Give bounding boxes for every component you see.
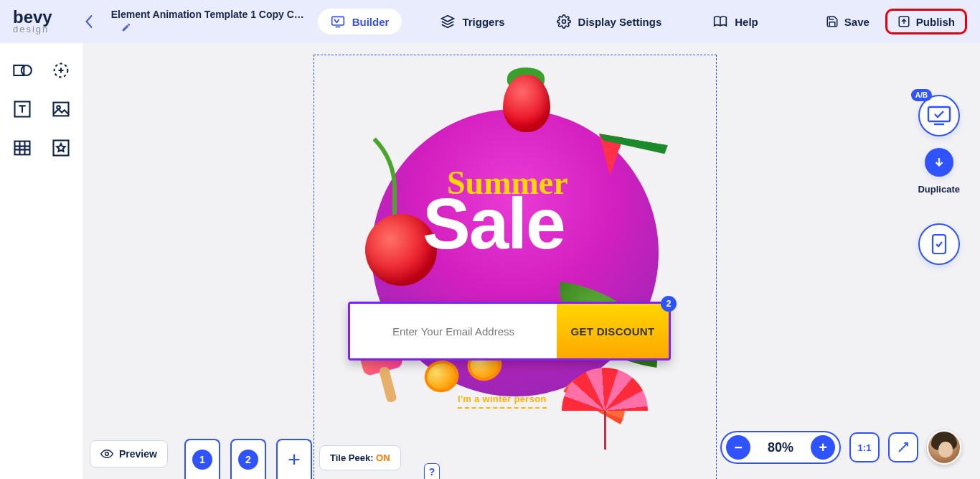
desktop-preview-button[interactable]: A/B xyxy=(918,95,960,136)
gear-icon xyxy=(557,14,571,29)
strawberry-graphic xyxy=(503,75,550,132)
tile-add[interactable]: + xyxy=(276,439,312,479)
tab-builder-label: Builder xyxy=(352,16,390,28)
get-discount-button[interactable]: GET DISCOUNT xyxy=(557,304,669,358)
brand-sub: design xyxy=(13,25,52,33)
book-icon xyxy=(713,14,727,29)
publish-button[interactable]: Publish xyxy=(885,9,967,34)
user-avatar[interactable] xyxy=(927,430,961,465)
one-to-one-label: 1:1 xyxy=(858,442,872,453)
publish-icon xyxy=(897,15,910,28)
mobile-preview-button[interactable] xyxy=(918,223,960,265)
popup-design[interactable]: Summer Sale 2 GET DISCOUNT I'm a winter … xyxy=(347,88,684,432)
tile-1-number: 1 xyxy=(192,450,212,470)
right-float-tools: A/B Duplicate xyxy=(918,95,960,265)
builder-icon xyxy=(331,14,345,29)
text-icon xyxy=(12,99,32,119)
zoom-value: 80% xyxy=(763,440,798,455)
tool-text[interactable] xyxy=(11,98,34,121)
tab-help-label: Help xyxy=(735,16,758,28)
svg-point-4 xyxy=(21,65,31,75)
mobile-check-icon xyxy=(931,233,947,255)
tab-triggers-label: Triggers xyxy=(462,16,504,28)
tile-tabs: 1 2 + xyxy=(184,439,312,479)
nav-tabs: Builder Triggers Display Settings Help xyxy=(318,9,771,34)
tab-help[interactable]: Help xyxy=(700,9,771,34)
preview-label: Preview xyxy=(119,448,157,460)
save-icon xyxy=(826,15,839,28)
zoom-reset-button[interactable]: 1:1 xyxy=(849,432,880,462)
help-hint-button[interactable]: ? xyxy=(424,463,440,479)
zoom-pill: − 80% + xyxy=(720,431,841,464)
tool-add-shape[interactable] xyxy=(50,59,72,82)
svg-point-1 xyxy=(562,20,565,24)
shapes-icon xyxy=(12,60,32,80)
zoom-out-button[interactable]: − xyxy=(726,435,750,460)
preview-button[interactable]: Preview xyxy=(90,440,168,468)
winter-person-link[interactable]: I'm a winter person xyxy=(458,394,547,409)
project-title-area: Element Animation Template 1 Copy Cop... xyxy=(111,9,305,34)
canvas[interactable]: Summer Sale 2 GET DISCOUNT I'm a winter … xyxy=(83,43,980,479)
tab-display-settings-label: Display Settings xyxy=(578,16,662,28)
expand-icon xyxy=(897,441,910,454)
svg-rect-7 xyxy=(53,103,68,116)
tile-peek-label: Tile Peek: xyxy=(330,452,376,463)
tab-display-settings[interactable]: Display Settings xyxy=(544,9,675,34)
star-icon xyxy=(51,138,71,158)
fullscreen-button[interactable] xyxy=(888,432,918,462)
stack-icon xyxy=(440,14,455,29)
tile-peek-toggle[interactable]: Tile Peek: ON xyxy=(319,445,401,470)
chevron-left-icon xyxy=(84,15,94,28)
tab-builder[interactable]: Builder xyxy=(318,9,402,34)
svg-rect-9 xyxy=(14,141,29,155)
ab-test-badge: A/B xyxy=(911,89,932,101)
project-title: Element Animation Template 1 Copy Cop... xyxy=(111,9,305,20)
publish-label: Publish xyxy=(916,16,955,28)
headline-sale[interactable]: Sale xyxy=(423,182,565,265)
tool-shapes[interactable] xyxy=(11,59,34,82)
element-count-badge: 2 xyxy=(661,296,677,312)
tab-triggers[interactable]: Triggers xyxy=(428,9,517,34)
umbrella-graphic xyxy=(562,368,648,454)
add-node-icon xyxy=(51,60,71,80)
grid-icon xyxy=(12,138,32,158)
tile-peek-state: ON xyxy=(376,452,390,463)
eye-icon xyxy=(100,449,113,459)
tile-2[interactable]: 2 xyxy=(230,439,266,479)
save-label: Save xyxy=(844,16,870,28)
image-icon xyxy=(51,99,71,119)
top-bar: bevy design Element Animation Template 1… xyxy=(0,0,980,43)
brand-logo: bevy design xyxy=(13,10,52,32)
edit-title-button[interactable] xyxy=(121,22,305,34)
email-input[interactable] xyxy=(350,304,557,358)
svg-point-13 xyxy=(105,452,109,456)
email-form[interactable]: 2 GET DISCOUNT xyxy=(348,302,671,361)
tile-2-number: 2 xyxy=(238,450,258,470)
back-button[interactable] xyxy=(77,9,101,34)
tool-layout[interactable] xyxy=(11,136,34,159)
svg-rect-11 xyxy=(928,107,950,121)
zoom-controls: − 80% + 1:1 xyxy=(720,430,961,465)
tool-image[interactable] xyxy=(50,98,72,121)
save-button[interactable]: Save xyxy=(826,15,870,28)
svg-rect-12 xyxy=(933,235,946,254)
duplicate-button[interactable] xyxy=(925,148,953,177)
left-sidebar xyxy=(0,43,83,479)
download-arrow-icon xyxy=(933,156,946,169)
topbar-right: Save Publish xyxy=(826,9,967,34)
tile-1[interactable]: 1 xyxy=(184,439,220,479)
zoom-in-button[interactable]: + xyxy=(811,435,835,460)
pencil-icon xyxy=(121,22,131,32)
tool-favorite[interactable] xyxy=(50,136,72,159)
desktop-check-icon xyxy=(927,106,951,126)
duplicate-label: Duplicate xyxy=(918,184,960,195)
